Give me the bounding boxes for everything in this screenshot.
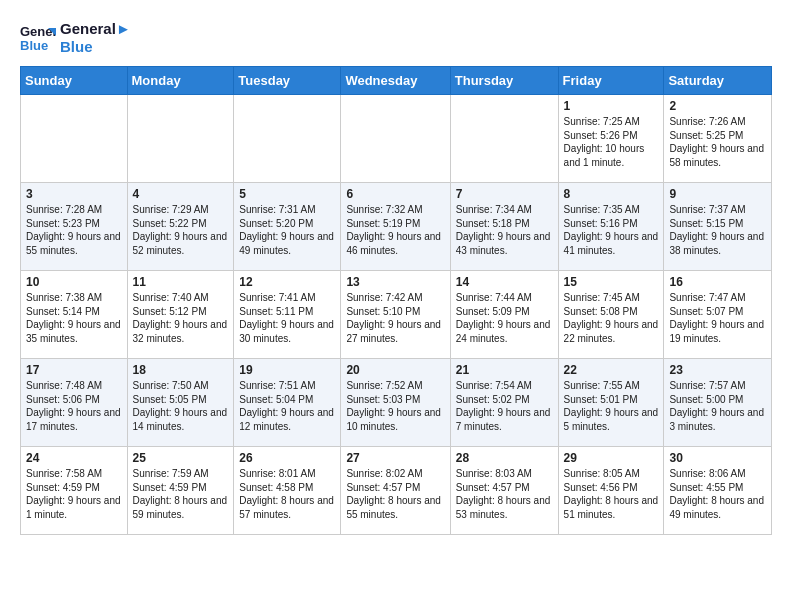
day-info: Sunrise: 7:28 AM Sunset: 5:23 PM Dayligh… bbox=[26, 203, 122, 257]
calendar-cell: 12Sunrise: 7:41 AM Sunset: 5:11 PM Dayli… bbox=[234, 271, 341, 359]
day-info: Sunrise: 8:06 AM Sunset: 4:55 PM Dayligh… bbox=[669, 467, 766, 521]
day-number: 5 bbox=[239, 187, 335, 201]
logo-area: General Blue General► Blue bbox=[20, 20, 131, 56]
day-info: Sunrise: 7:59 AM Sunset: 4:59 PM Dayligh… bbox=[133, 467, 229, 521]
calendar-cell: 8Sunrise: 7:35 AM Sunset: 5:16 PM Daylig… bbox=[558, 183, 664, 271]
calendar-cell: 30Sunrise: 8:06 AM Sunset: 4:55 PM Dayli… bbox=[664, 447, 772, 535]
weekday-header-saturday: Saturday bbox=[664, 67, 772, 95]
calendar-cell: 13Sunrise: 7:42 AM Sunset: 5:10 PM Dayli… bbox=[341, 271, 450, 359]
day-info: Sunrise: 7:41 AM Sunset: 5:11 PM Dayligh… bbox=[239, 291, 335, 345]
calendar-cell: 14Sunrise: 7:44 AM Sunset: 5:09 PM Dayli… bbox=[450, 271, 558, 359]
calendar-cell: 23Sunrise: 7:57 AM Sunset: 5:00 PM Dayli… bbox=[664, 359, 772, 447]
calendar-cell: 16Sunrise: 7:47 AM Sunset: 5:07 PM Dayli… bbox=[664, 271, 772, 359]
logo-icon: General Blue bbox=[20, 20, 56, 56]
day-number: 26 bbox=[239, 451, 335, 465]
day-number: 2 bbox=[669, 99, 766, 113]
weekday-header-thursday: Thursday bbox=[450, 67, 558, 95]
calendar-cell bbox=[21, 95, 128, 183]
calendar-cell: 29Sunrise: 8:05 AM Sunset: 4:56 PM Dayli… bbox=[558, 447, 664, 535]
page: General Blue General► Blue SundayMondayT… bbox=[0, 0, 792, 545]
week-row-5: 24Sunrise: 7:58 AM Sunset: 4:59 PM Dayli… bbox=[21, 447, 772, 535]
calendar-cell: 1Sunrise: 7:25 AM Sunset: 5:26 PM Daylig… bbox=[558, 95, 664, 183]
day-number: 13 bbox=[346, 275, 444, 289]
day-number: 8 bbox=[564, 187, 659, 201]
day-number: 22 bbox=[564, 363, 659, 377]
day-number: 21 bbox=[456, 363, 553, 377]
day-info: Sunrise: 7:57 AM Sunset: 5:00 PM Dayligh… bbox=[669, 379, 766, 433]
day-number: 25 bbox=[133, 451, 229, 465]
day-number: 3 bbox=[26, 187, 122, 201]
calendar-cell: 10Sunrise: 7:38 AM Sunset: 5:14 PM Dayli… bbox=[21, 271, 128, 359]
calendar-cell: 5Sunrise: 7:31 AM Sunset: 5:20 PM Daylig… bbox=[234, 183, 341, 271]
day-info: Sunrise: 8:05 AM Sunset: 4:56 PM Dayligh… bbox=[564, 467, 659, 521]
week-row-1: 1Sunrise: 7:25 AM Sunset: 5:26 PM Daylig… bbox=[21, 95, 772, 183]
calendar: SundayMondayTuesdayWednesdayThursdayFrid… bbox=[20, 66, 772, 535]
day-info: Sunrise: 7:58 AM Sunset: 4:59 PM Dayligh… bbox=[26, 467, 122, 521]
day-number: 10 bbox=[26, 275, 122, 289]
header: General Blue General► Blue bbox=[20, 20, 772, 56]
calendar-cell: 15Sunrise: 7:45 AM Sunset: 5:08 PM Dayli… bbox=[558, 271, 664, 359]
day-number: 1 bbox=[564, 99, 659, 113]
calendar-cell: 22Sunrise: 7:55 AM Sunset: 5:01 PM Dayli… bbox=[558, 359, 664, 447]
calendar-cell: 19Sunrise: 7:51 AM Sunset: 5:04 PM Dayli… bbox=[234, 359, 341, 447]
day-number: 7 bbox=[456, 187, 553, 201]
day-info: Sunrise: 7:45 AM Sunset: 5:08 PM Dayligh… bbox=[564, 291, 659, 345]
day-info: Sunrise: 7:35 AM Sunset: 5:16 PM Dayligh… bbox=[564, 203, 659, 257]
weekday-header-row: SundayMondayTuesdayWednesdayThursdayFrid… bbox=[21, 67, 772, 95]
day-info: Sunrise: 7:44 AM Sunset: 5:09 PM Dayligh… bbox=[456, 291, 553, 345]
calendar-cell: 25Sunrise: 7:59 AM Sunset: 4:59 PM Dayli… bbox=[127, 447, 234, 535]
day-info: Sunrise: 7:42 AM Sunset: 5:10 PM Dayligh… bbox=[346, 291, 444, 345]
day-info: Sunrise: 7:51 AM Sunset: 5:04 PM Dayligh… bbox=[239, 379, 335, 433]
day-info: Sunrise: 7:25 AM Sunset: 5:26 PM Dayligh… bbox=[564, 115, 659, 169]
day-number: 27 bbox=[346, 451, 444, 465]
day-info: Sunrise: 7:48 AM Sunset: 5:06 PM Dayligh… bbox=[26, 379, 122, 433]
calendar-cell: 21Sunrise: 7:54 AM Sunset: 5:02 PM Dayli… bbox=[450, 359, 558, 447]
day-info: Sunrise: 7:55 AM Sunset: 5:01 PM Dayligh… bbox=[564, 379, 659, 433]
day-info: Sunrise: 7:34 AM Sunset: 5:18 PM Dayligh… bbox=[456, 203, 553, 257]
logo-blue: Blue bbox=[60, 38, 131, 55]
calendar-cell: 28Sunrise: 8:03 AM Sunset: 4:57 PM Dayli… bbox=[450, 447, 558, 535]
svg-text:Blue: Blue bbox=[20, 38, 48, 53]
week-row-3: 10Sunrise: 7:38 AM Sunset: 5:14 PM Dayli… bbox=[21, 271, 772, 359]
svg-text:General: General bbox=[20, 24, 56, 39]
week-row-2: 3Sunrise: 7:28 AM Sunset: 5:23 PM Daylig… bbox=[21, 183, 772, 271]
day-info: Sunrise: 7:47 AM Sunset: 5:07 PM Dayligh… bbox=[669, 291, 766, 345]
day-number: 16 bbox=[669, 275, 766, 289]
calendar-cell: 24Sunrise: 7:58 AM Sunset: 4:59 PM Dayli… bbox=[21, 447, 128, 535]
calendar-cell: 3Sunrise: 7:28 AM Sunset: 5:23 PM Daylig… bbox=[21, 183, 128, 271]
day-info: Sunrise: 7:32 AM Sunset: 5:19 PM Dayligh… bbox=[346, 203, 444, 257]
day-number: 29 bbox=[564, 451, 659, 465]
calendar-cell: 6Sunrise: 7:32 AM Sunset: 5:19 PM Daylig… bbox=[341, 183, 450, 271]
calendar-cell: 27Sunrise: 8:02 AM Sunset: 4:57 PM Dayli… bbox=[341, 447, 450, 535]
calendar-cell: 11Sunrise: 7:40 AM Sunset: 5:12 PM Dayli… bbox=[127, 271, 234, 359]
calendar-cell: 7Sunrise: 7:34 AM Sunset: 5:18 PM Daylig… bbox=[450, 183, 558, 271]
day-number: 20 bbox=[346, 363, 444, 377]
day-info: Sunrise: 8:01 AM Sunset: 4:58 PM Dayligh… bbox=[239, 467, 335, 521]
day-info: Sunrise: 7:29 AM Sunset: 5:22 PM Dayligh… bbox=[133, 203, 229, 257]
day-info: Sunrise: 7:54 AM Sunset: 5:02 PM Dayligh… bbox=[456, 379, 553, 433]
day-number: 28 bbox=[456, 451, 553, 465]
day-number: 30 bbox=[669, 451, 766, 465]
day-number: 4 bbox=[133, 187, 229, 201]
weekday-header-wednesday: Wednesday bbox=[341, 67, 450, 95]
day-number: 24 bbox=[26, 451, 122, 465]
weekday-header-tuesday: Tuesday bbox=[234, 67, 341, 95]
day-number: 14 bbox=[456, 275, 553, 289]
calendar-cell: 4Sunrise: 7:29 AM Sunset: 5:22 PM Daylig… bbox=[127, 183, 234, 271]
calendar-cell: 20Sunrise: 7:52 AM Sunset: 5:03 PM Dayli… bbox=[341, 359, 450, 447]
weekday-header-sunday: Sunday bbox=[21, 67, 128, 95]
day-info: Sunrise: 7:40 AM Sunset: 5:12 PM Dayligh… bbox=[133, 291, 229, 345]
day-number: 15 bbox=[564, 275, 659, 289]
day-info: Sunrise: 7:31 AM Sunset: 5:20 PM Dayligh… bbox=[239, 203, 335, 257]
day-number: 11 bbox=[133, 275, 229, 289]
weekday-header-friday: Friday bbox=[558, 67, 664, 95]
day-number: 17 bbox=[26, 363, 122, 377]
week-row-4: 17Sunrise: 7:48 AM Sunset: 5:06 PM Dayli… bbox=[21, 359, 772, 447]
calendar-cell bbox=[234, 95, 341, 183]
day-number: 19 bbox=[239, 363, 335, 377]
day-number: 23 bbox=[669, 363, 766, 377]
logo-text: General► bbox=[60, 21, 131, 38]
calendar-cell: 17Sunrise: 7:48 AM Sunset: 5:06 PM Dayli… bbox=[21, 359, 128, 447]
day-info: Sunrise: 7:37 AM Sunset: 5:15 PM Dayligh… bbox=[669, 203, 766, 257]
calendar-cell: 9Sunrise: 7:37 AM Sunset: 5:15 PM Daylig… bbox=[664, 183, 772, 271]
